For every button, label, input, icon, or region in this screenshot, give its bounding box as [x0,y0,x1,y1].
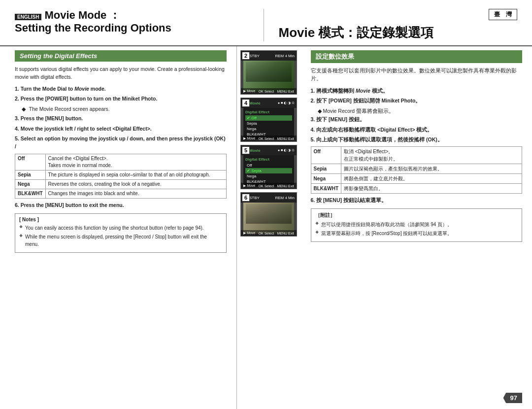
table-cell: Nega [15,179,46,189]
cam-btn-menu: MENU Exit [277,90,294,93]
table-cell: 圖片以深褐色顯示，產生類似舊相片的效果。 [341,164,522,174]
cam-bottom-bar-6: ▶ Move OK Select MENU Exit [241,230,297,236]
step-2-sub-zh: ◆ Movie Record 螢幕將會顯示。 [311,107,523,115]
right-header: 臺 灣 Movie 模式：設定錄製選項 [264,9,518,41]
cam-menu-sepia-5: ✔ Sepia [245,168,292,173]
cam-menu-title-5: Digital Effect [245,157,292,162]
icons-5: ● ■ ◐ ◑ ⊙ [278,148,295,152]
cam-menu-sepia: Sepia [245,121,292,126]
title-line1: Movie Mode ： [44,9,120,22]
cam-bottom-bar-4: ▶ Move OK Select MENU Exit [241,136,297,141]
cam-menu-title-4: Digital Effect [245,110,292,114]
cam-menu-4: Digital Effect ✔ Off Sepia Nega BLK&WHT [243,108,294,139]
cam-btn-move-6: ▶ Move [243,231,255,235]
table-row: BLK&WHT Changes the images into black an… [15,189,227,198]
chinese-title: Movie 模式：設定錄製選項 [279,24,518,41]
table-cell: Changes the images into black and white. [45,189,226,198]
notes-title-en: [ Notes ] [19,217,222,222]
cam-btn-menu-4: MENU Exit [277,137,294,140]
step-5-en: 5. Select an option by moving the joysti… [15,135,227,151]
header-section: ENGLISH Movie Mode ： Setting the Recordi… [0,0,532,46]
screenshots-column: 📷 STBY REM 4 Min ▶ Move OK Select MENU E… [237,46,301,409]
step-3-zh: 3. 按下 [MENU] 按鈕。 [311,115,523,124]
table-cell: BLK&WHT [311,184,341,194]
cam-btn-menu-6: MENU Exit [277,232,294,235]
notes-section-en: [ Notes ] You can easily access this fun… [15,213,227,253]
stby-label: STBY [249,54,260,58]
note-2-en: While the menu screen is displayed, pres… [19,233,222,248]
screenshot-number-4: 4 [242,99,250,107]
intro-text-zh: 它支援各種您可以套用到影片中的數位效果。數位效果可以讓您製作具有專業外觀的影片。 [311,67,523,83]
table-cell: 將影像變爲黑白。 [341,184,522,194]
cam-btn-move-5: ▶ Move [243,184,255,188]
table-row: Sepia The picture is displayed in sepia … [15,170,227,179]
note-1-en: You can easily access this function by u… [19,224,222,232]
page-number: 97 [503,393,522,403]
battery-icon: REM 4 Min [275,54,295,58]
intro-text-en: It supports various digital effects you … [15,66,227,81]
battery-icon-6: REM 4 Min [275,196,295,200]
screenshot-number-6: 6 [242,194,250,202]
effect-table-en: Off Cancel the <Digital Effect>.Takes mo… [15,154,227,199]
table-row: Nega 將顏色倒置，建立底片外觀。 [311,174,522,184]
section-title-zh: 設定數位效果 [311,50,523,63]
movie-label-4: Movie [249,101,261,105]
right-column: 設定數位效果 它支援各種您可以套用到影片中的數位效果。數位效果可以讓您製作具有專… [301,46,532,409]
stby-label-6: STBY [249,196,260,200]
step-1-zh: 1. 將模式轉盤轉到 Movie 模式。 [311,87,523,95]
notes-section-zh: ［附註］ 您可以使用捷徑按鈕簡易地存取此功能（請參閱第 94 頁）。 當選單螢幕… [311,208,523,242]
screenshot-number-5: 5 [242,146,250,154]
table-row: Nega Reverses the colors, creating the l… [15,179,227,189]
cam-btn-ok-5: OK Select [259,184,274,188]
cam-bottom-bar-5: ▶ Move OK Select MENU Exit [241,183,297,189]
cam-btn-menu-5: MENU Exit [277,184,294,188]
taiwan-badge: 臺 灣 [489,9,517,20]
screenshot-2: 📷 STBY REM 4 Min ▶ Move OK Select MENU E… [240,50,297,95]
cam-btn-ok-4: OK Select [259,137,274,140]
cam-menu-nega: Nega [245,126,292,132]
movie-label-5: Movie [249,148,261,153]
table-cell: The picture is displayed in sepia color–… [45,170,226,179]
table-cell: 將顏色倒置，建立底片外觀。 [341,174,522,184]
step-1-en: 1. Turn the Mode Dial to Movie mode. [15,85,227,93]
section-title-en: Setting the Digital Effects [15,50,227,62]
icons-4: ● ■ ◐ ◑ ⊙ [278,101,295,105]
table-cell: Reverses the colors, creating the look o… [45,179,226,189]
table-cell: Off [311,147,341,164]
table-cell: Sepia [15,170,46,179]
step-3-en: 3. Press the [MENU] button. [15,115,227,123]
left-column: Setting the Digital Effects It supports … [0,46,237,409]
effect-table-zh: Off 取消 <Digital Effect>。在正常模式中錄製影片。 Sepi… [311,146,523,194]
main-content: Setting the Digital Effects It supports … [0,46,532,409]
step-4-zh: 4. 向左或向右移動搖桿選取 <Digital Effect> 模式。 [311,126,523,134]
notes-title-zh: ［附註］ [315,212,518,219]
english-badge: ENGLISH [15,14,41,20]
cam-menu-off-5: Off [245,163,292,168]
left-header: ENGLISH Movie Mode ： Setting the Recordi… [15,9,264,41]
cam-menu-nega-5: Nega [245,173,292,179]
table-cell: Off [15,154,46,170]
screenshot-4: 📷 Movie ● ■ ◐ ◑ ⊙ Digital Effect ✔ Off S… [240,98,297,142]
step-2-sub-en: ◆ The Movie Record screen appears. [15,105,227,113]
cam-btn-ok-6: OK Select [259,232,274,235]
step-2-en: 2. Press the [POWER] button to turn on t… [15,95,227,103]
cam-screen-2 [243,61,294,92]
table-row: Off 取消 <Digital Effect>。在正常模式中錄製影片。 [311,147,522,164]
page-number-container: 97 [503,393,522,403]
cam-screen-6 [243,203,294,234]
table-cell: Cancel the <Digital Effect>.Takes movie … [45,154,226,170]
step-6-en: 6. Press the [MENU] button to exit the m… [15,202,227,209]
cam-btn-move-4: ▶ Move [243,136,255,140]
cam-btn-ok: OK Select [259,90,274,93]
table-row: BLK&WHT 將影像變爲黑白。 [311,184,522,194]
table-row: Sepia 圖片以深褐色顯示，產生類似舊相片的效果。 [311,164,522,174]
table-cell: BLK&WHT [15,189,46,198]
step-4-en: 4. Move the joystick left / right to sel… [15,125,227,133]
table-cell: 取消 <Digital Effect>。在正常模式中錄製影片。 [341,147,522,164]
screenshot-number-2: 2 [242,52,250,60]
cam-bottom-bar-2: ▶ Move OK Select MENU Exit [241,88,297,94]
table-cell: Nega [311,174,341,184]
step-5-zh: 5. 向上或向下移動搖桿以選取選項，然後按搖桿 (OK)。 [311,136,523,144]
table-cell: Sepia [311,164,341,174]
screenshot-6: 📷 STBY REM 4 Min ▶ Move OK Select MENU E… [240,192,297,237]
